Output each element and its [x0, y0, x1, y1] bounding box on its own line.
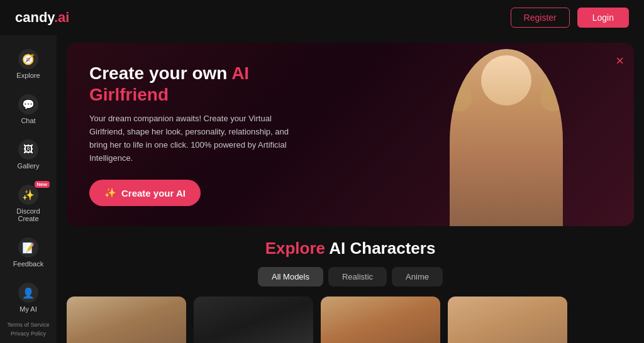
- register-button[interactable]: Register: [511, 8, 570, 28]
- character-card-image: [448, 297, 567, 343]
- header: candy.ai Register Login: [0, 0, 644, 35]
- logo: candy.ai: [15, 9, 69, 26]
- banner-title-line2: Girlfriend: [89, 85, 169, 104]
- explore-title: Explore AI Characters: [67, 239, 634, 258]
- character-card: 💬: [321, 297, 440, 343]
- create-ai-sparkle-icon: ✨: [104, 187, 116, 199]
- chat-icon: 💬: [18, 94, 38, 114]
- feedback-icon: 📝: [18, 237, 38, 258]
- affiliate-icon: 👤: [18, 283, 38, 303]
- sidebar-item-affiliate[interactable]: 👤 My AI: [3, 276, 53, 319]
- banner-title-highlight: AI: [231, 63, 249, 83]
- discord-create-icon: ✨: [18, 185, 38, 205]
- sidebar-item-explore[interactable]: 🧭 Explore: [3, 43, 53, 85]
- header-buttons: Register Login: [511, 8, 629, 28]
- sidebar-label-chat: Chat: [21, 117, 35, 124]
- filter-tab-all-models[interactable]: All Models: [258, 267, 323, 286]
- sidebar-label-explore: Explore: [16, 72, 40, 79]
- character-card: 💬: [67, 297, 186, 343]
- sidebar-label-gallery: Gallery: [18, 162, 40, 170]
- banner-text: Create your own AI Girlfriend Your dream…: [89, 63, 611, 206]
- sidebar-item-chat[interactable]: 💬 Chat: [3, 88, 53, 131]
- character-card: 💬: [194, 297, 313, 343]
- promo-banner: Create your own AI Girlfriend Your dream…: [67, 43, 634, 226]
- create-ai-button[interactable]: ✨ Create your AI: [89, 180, 201, 206]
- character-card-image: [67, 297, 186, 343]
- filter-tabs: All Models Realistic Anime: [67, 267, 634, 286]
- sidebar-item-gallery[interactable]: 🖼 Gallery: [3, 133, 53, 176]
- explore-title-highlight: Explore: [265, 239, 325, 258]
- explore-section: Explore AI Characters All Models Realist…: [67, 239, 634, 286]
- character-card-image: [194, 297, 313, 343]
- banner-close-button[interactable]: ×: [616, 53, 624, 69]
- login-button[interactable]: Login: [577, 8, 629, 28]
- sidebar-item-discord-create[interactable]: New ✨ Discord Create: [3, 178, 53, 229]
- logo-text: candy: [15, 9, 54, 25]
- character-card: 💬: [448, 297, 567, 343]
- character-card-image: [321, 297, 440, 343]
- privacy-link[interactable]: Privacy Policy: [11, 330, 46, 337]
- sidebar-item-feedback[interactable]: 📝 Feedback: [3, 231, 53, 274]
- sidebar-label-discord-create: Discord Create: [8, 207, 48, 222]
- filter-tab-realistic[interactable]: Realistic: [328, 267, 387, 286]
- character-cards-row: 💬 💬 💬 💬: [67, 297, 634, 343]
- explore-icon: 🧭: [18, 49, 38, 69]
- sidebar-label-feedback: Feedback: [13, 260, 43, 268]
- explore-title-suffix: AI Characters: [325, 239, 435, 258]
- gallery-icon: 🖼: [18, 139, 38, 160]
- filter-tab-anime[interactable]: Anime: [392, 267, 443, 286]
- banner-description: Your dream companion awaits! Create your…: [89, 112, 291, 165]
- banner-title-prefix: Create your own: [89, 63, 231, 83]
- new-badge: New: [35, 181, 50, 188]
- sidebar-label-affiliate: My AI: [19, 305, 37, 313]
- sidebar: 🧭 Explore 💬 Chat 🖼 Gallery New ✨ Discord…: [0, 35, 57, 343]
- main-layout: 🧭 Explore 💬 Chat 🖼 Gallery New ✨ Discord…: [0, 35, 644, 343]
- terms-link[interactable]: Terms of Service: [7, 322, 49, 328]
- logo-suffix: .ai: [54, 9, 69, 25]
- create-ai-label: Create your AI: [121, 188, 186, 199]
- banner-title: Create your own AI Girlfriend: [89, 63, 611, 105]
- sidebar-bottom: 👤 My AI Terms of Service Privacy Policy: [0, 276, 57, 337]
- content-area: Create your own AI Girlfriend Your dream…: [57, 35, 644, 343]
